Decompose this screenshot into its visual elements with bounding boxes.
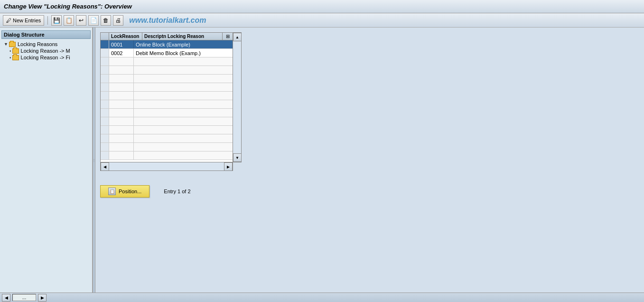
expand-arrow: ▼ [4,42,8,47]
watermark-text: www.tutorialkart.com [129,16,206,25]
title-text: Change View "Locking Reasons": Overview [4,3,132,10]
status-nav-left-button[interactable]: ◀ [2,294,10,302]
scroll-track-h[interactable] [109,162,224,170]
table-row-empty [101,66,233,75]
table-with-scroll: LockReason Descriptn Locking Reason ⊞ 00… [100,32,639,162]
table-row-empty [101,143,233,151]
new-entries-icon: 🖊 [6,18,11,23]
delete-button[interactable]: 🗑 [101,15,111,26]
left-panel: Dialog Structure ▼ Locking Reasons • Loc… [0,28,93,293]
main-area: Dialog Structure ▼ Locking Reasons • Loc… [0,28,644,293]
toolbar: 🖊 New Entries 💾 📋 ↩ 📄 🗑 🖨 www.tutorialka… [0,13,644,28]
bottom-area: 📋 Position... Entry 1 of 2 [100,185,639,198]
save-local-button[interactable]: 📋 [64,15,74,26]
position-icon: 📋 [108,188,116,195]
table-row-empty [101,92,233,100]
undo-button[interactable]: ↩ [76,15,86,26]
table-row-empty [101,100,233,109]
folder-icon-locking-reasons [9,42,16,47]
tree-item-locking-reason-m[interactable]: • Locking Reason -> M [0,47,92,54]
delete-icon: 🗑 [103,17,109,24]
scroll-up-button[interactable]: ▲ [233,33,242,41]
new-entries-label: New Entries [13,18,41,23]
scroll-right-button[interactable]: ▶ [224,162,233,171]
dialog-structure-title: Dialog Structure [1,30,91,39]
header-selector [101,33,109,40]
status-dots: ... [12,294,36,301]
col-settings-btn[interactable]: ⊞ [222,33,233,40]
cell-description-2[interactable]: Debit Memo Block (Examp.) [134,49,233,57]
new-entries-button[interactable]: 🖊 New Entries [3,15,44,26]
table-horizontal-scrollbar[interactable]: ◀ ▶ [100,162,233,171]
position-button[interactable]: 📋 Position... [100,185,149,198]
scroll-track-v[interactable] [233,41,241,153]
table-row-empty [101,126,233,134]
print-button[interactable]: 🖨 [113,15,123,26]
print-icon: 🖨 [115,17,121,24]
copy-icon: 📄 [90,17,97,24]
table-row-empty [101,57,233,66]
tree-item-locking-reason-fi[interactable]: • Locking Reason -> Fi [0,54,92,61]
table-row-empty [101,83,233,92]
cell-description-1[interactable]: Online Block (Example) [134,40,233,48]
tree-dot-2: • [9,55,11,60]
undo-icon: ↩ [79,17,84,24]
table-row-empty [101,117,233,126]
tree-label-lr-m: Locking Reason -> M [21,48,70,54]
entry-info: Entry 1 of 2 [164,189,190,194]
table-row-empty [101,151,233,160]
table-row-empty [101,134,233,143]
separator-1 [47,16,48,25]
tree-label-lr-fi: Locking Reason -> Fi [21,55,70,60]
folder-icon-lr-m [12,48,19,54]
tree-dot-1: • [9,48,11,54]
cell-lockreason-2[interactable]: 0002 [109,49,134,57]
tree-item-locking-reasons[interactable]: ▼ Locking Reasons [0,41,92,47]
table-header: LockReason Descriptn Locking Reason ⊞ [101,33,233,40]
row-selector-2[interactable] [101,49,109,57]
col-header-description[interactable]: Descriptn Locking Reason [142,33,222,40]
right-panel: LockReason Descriptn Locking Reason ⊞ 00… [95,28,644,293]
copy-button[interactable]: 📄 [88,15,99,26]
table-row[interactable]: 0002 Debit Memo Block (Examp.) [101,49,233,57]
save-local-icon: 📋 [65,17,73,24]
table-row[interactable]: 0001 Online Block (Example) [101,40,233,49]
scroll-down-button[interactable]: ▼ [233,153,242,162]
table-container: LockReason Descriptn Locking Reason ⊞ 00… [100,32,233,162]
status-bar: ◀ ... ▶ [0,293,644,302]
position-label: Position... [119,189,141,194]
row-selector-1[interactable] [101,40,109,48]
settings-icon: ⊞ [226,34,230,39]
folder-icon-lr-fi [12,55,19,60]
title-bar: Change View "Locking Reasons": Overview [0,0,644,13]
save-icon: 💾 [53,17,60,24]
col-header-lockreason[interactable]: LockReason [109,33,142,40]
status-nav-right-button[interactable]: ▶ [38,294,47,302]
col-header-description-label: Descriptn Locking Reason [144,34,204,39]
scroll-left-button[interactable]: ◀ [101,162,109,171]
tree-label-locking-reasons: Locking Reasons [18,41,57,47]
table-vertical-scrollbar[interactable]: ▲ ▼ [233,32,242,162]
col-header-lockreason-label: LockReason [111,34,139,39]
table-row-empty [101,75,233,83]
save-button[interactable]: 💾 [51,15,62,26]
cell-lockreason-1[interactable]: 0001 [109,40,134,48]
table-row-empty [101,109,233,117]
